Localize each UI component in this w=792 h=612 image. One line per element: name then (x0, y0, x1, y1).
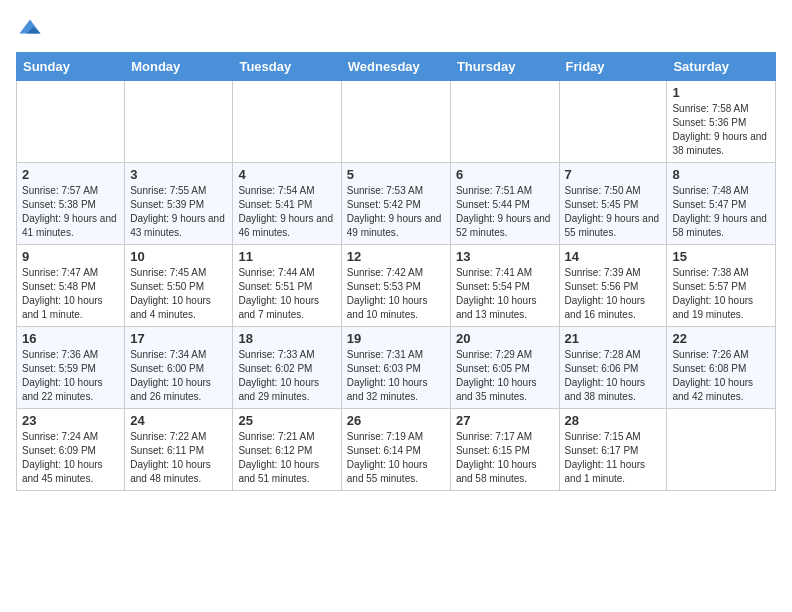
calendar-week-4: 16Sunrise: 7:36 AM Sunset: 5:59 PM Dayli… (17, 327, 776, 409)
day-info: Sunrise: 7:36 AM Sunset: 5:59 PM Dayligh… (22, 348, 119, 404)
day-number: 15 (672, 249, 770, 264)
day-info: Sunrise: 7:51 AM Sunset: 5:44 PM Dayligh… (456, 184, 554, 240)
day-info: Sunrise: 7:17 AM Sunset: 6:15 PM Dayligh… (456, 430, 554, 486)
day-number: 25 (238, 413, 335, 428)
day-number: 20 (456, 331, 554, 346)
calendar-cell: 21Sunrise: 7:28 AM Sunset: 6:06 PM Dayli… (559, 327, 667, 409)
calendar-cell (233, 81, 341, 163)
calendar-cell: 13Sunrise: 7:41 AM Sunset: 5:54 PM Dayli… (450, 245, 559, 327)
day-number: 28 (565, 413, 662, 428)
day-info: Sunrise: 7:24 AM Sunset: 6:09 PM Dayligh… (22, 430, 119, 486)
calendar-cell: 22Sunrise: 7:26 AM Sunset: 6:08 PM Dayli… (667, 327, 776, 409)
calendar-cell: 12Sunrise: 7:42 AM Sunset: 5:53 PM Dayli… (341, 245, 450, 327)
calendar-cell: 16Sunrise: 7:36 AM Sunset: 5:59 PM Dayli… (17, 327, 125, 409)
calendar-header-row: SundayMondayTuesdayWednesdayThursdayFrid… (17, 53, 776, 81)
day-info: Sunrise: 7:47 AM Sunset: 5:48 PM Dayligh… (22, 266, 119, 322)
day-number: 6 (456, 167, 554, 182)
day-info: Sunrise: 7:55 AM Sunset: 5:39 PM Dayligh… (130, 184, 227, 240)
calendar-cell: 5Sunrise: 7:53 AM Sunset: 5:42 PM Daylig… (341, 163, 450, 245)
calendar-cell: 14Sunrise: 7:39 AM Sunset: 5:56 PM Dayli… (559, 245, 667, 327)
calendar-cell: 15Sunrise: 7:38 AM Sunset: 5:57 PM Dayli… (667, 245, 776, 327)
day-info: Sunrise: 7:45 AM Sunset: 5:50 PM Dayligh… (130, 266, 227, 322)
calendar-cell: 17Sunrise: 7:34 AM Sunset: 6:00 PM Dayli… (125, 327, 233, 409)
day-number: 24 (130, 413, 227, 428)
day-info: Sunrise: 7:53 AM Sunset: 5:42 PM Dayligh… (347, 184, 445, 240)
calendar-cell: 8Sunrise: 7:48 AM Sunset: 5:47 PM Daylig… (667, 163, 776, 245)
calendar-cell (450, 81, 559, 163)
day-number: 1 (672, 85, 770, 100)
day-number: 21 (565, 331, 662, 346)
calendar-week-1: 1Sunrise: 7:58 AM Sunset: 5:36 PM Daylig… (17, 81, 776, 163)
day-number: 14 (565, 249, 662, 264)
calendar-cell: 20Sunrise: 7:29 AM Sunset: 6:05 PM Dayli… (450, 327, 559, 409)
calendar-cell: 28Sunrise: 7:15 AM Sunset: 6:17 PM Dayli… (559, 409, 667, 491)
day-number: 12 (347, 249, 445, 264)
calendar-cell: 19Sunrise: 7:31 AM Sunset: 6:03 PM Dayli… (341, 327, 450, 409)
calendar-header-tuesday: Tuesday (233, 53, 341, 81)
day-number: 4 (238, 167, 335, 182)
calendar-header-monday: Monday (125, 53, 233, 81)
calendar-cell: 3Sunrise: 7:55 AM Sunset: 5:39 PM Daylig… (125, 163, 233, 245)
calendar-week-3: 9Sunrise: 7:47 AM Sunset: 5:48 PM Daylig… (17, 245, 776, 327)
calendar-header-wednesday: Wednesday (341, 53, 450, 81)
day-info: Sunrise: 7:39 AM Sunset: 5:56 PM Dayligh… (565, 266, 662, 322)
day-number: 11 (238, 249, 335, 264)
day-number: 10 (130, 249, 227, 264)
day-number: 17 (130, 331, 227, 346)
day-info: Sunrise: 7:57 AM Sunset: 5:38 PM Dayligh… (22, 184, 119, 240)
day-info: Sunrise: 7:26 AM Sunset: 6:08 PM Dayligh… (672, 348, 770, 404)
calendar-cell: 24Sunrise: 7:22 AM Sunset: 6:11 PM Dayli… (125, 409, 233, 491)
day-info: Sunrise: 7:29 AM Sunset: 6:05 PM Dayligh… (456, 348, 554, 404)
calendar-cell: 26Sunrise: 7:19 AM Sunset: 6:14 PM Dayli… (341, 409, 450, 491)
calendar-week-2: 2Sunrise: 7:57 AM Sunset: 5:38 PM Daylig… (17, 163, 776, 245)
calendar-cell (125, 81, 233, 163)
calendar-cell: 2Sunrise: 7:57 AM Sunset: 5:38 PM Daylig… (17, 163, 125, 245)
day-info: Sunrise: 7:48 AM Sunset: 5:47 PM Dayligh… (672, 184, 770, 240)
calendar-cell: 6Sunrise: 7:51 AM Sunset: 5:44 PM Daylig… (450, 163, 559, 245)
day-info: Sunrise: 7:19 AM Sunset: 6:14 PM Dayligh… (347, 430, 445, 486)
day-info: Sunrise: 7:58 AM Sunset: 5:36 PM Dayligh… (672, 102, 770, 158)
day-number: 26 (347, 413, 445, 428)
calendar-cell: 10Sunrise: 7:45 AM Sunset: 5:50 PM Dayli… (125, 245, 233, 327)
day-number: 16 (22, 331, 119, 346)
day-number: 8 (672, 167, 770, 182)
day-info: Sunrise: 7:41 AM Sunset: 5:54 PM Dayligh… (456, 266, 554, 322)
day-info: Sunrise: 7:42 AM Sunset: 5:53 PM Dayligh… (347, 266, 445, 322)
calendar-cell: 25Sunrise: 7:21 AM Sunset: 6:12 PM Dayli… (233, 409, 341, 491)
day-number: 3 (130, 167, 227, 182)
day-info: Sunrise: 7:33 AM Sunset: 6:02 PM Dayligh… (238, 348, 335, 404)
day-number: 5 (347, 167, 445, 182)
calendar-cell (667, 409, 776, 491)
day-info: Sunrise: 7:28 AM Sunset: 6:06 PM Dayligh… (565, 348, 662, 404)
calendar-header-saturday: Saturday (667, 53, 776, 81)
day-info: Sunrise: 7:15 AM Sunset: 6:17 PM Dayligh… (565, 430, 662, 486)
logo-icon (16, 16, 44, 44)
day-info: Sunrise: 7:50 AM Sunset: 5:45 PM Dayligh… (565, 184, 662, 240)
day-number: 19 (347, 331, 445, 346)
day-number: 7 (565, 167, 662, 182)
day-info: Sunrise: 7:22 AM Sunset: 6:11 PM Dayligh… (130, 430, 227, 486)
calendar-week-5: 23Sunrise: 7:24 AM Sunset: 6:09 PM Dayli… (17, 409, 776, 491)
calendar-cell: 18Sunrise: 7:33 AM Sunset: 6:02 PM Dayli… (233, 327, 341, 409)
day-number: 9 (22, 249, 119, 264)
day-info: Sunrise: 7:21 AM Sunset: 6:12 PM Dayligh… (238, 430, 335, 486)
calendar-cell (341, 81, 450, 163)
calendar-cell: 4Sunrise: 7:54 AM Sunset: 5:41 PM Daylig… (233, 163, 341, 245)
calendar-cell: 11Sunrise: 7:44 AM Sunset: 5:51 PM Dayli… (233, 245, 341, 327)
page-header (16, 16, 776, 44)
day-number: 13 (456, 249, 554, 264)
day-number: 22 (672, 331, 770, 346)
day-number: 18 (238, 331, 335, 346)
calendar-cell: 27Sunrise: 7:17 AM Sunset: 6:15 PM Dayli… (450, 409, 559, 491)
calendar-cell: 7Sunrise: 7:50 AM Sunset: 5:45 PM Daylig… (559, 163, 667, 245)
calendar-cell (17, 81, 125, 163)
day-info: Sunrise: 7:38 AM Sunset: 5:57 PM Dayligh… (672, 266, 770, 322)
day-number: 27 (456, 413, 554, 428)
calendar-table: SundayMondayTuesdayWednesdayThursdayFrid… (16, 52, 776, 491)
calendar-cell: 9Sunrise: 7:47 AM Sunset: 5:48 PM Daylig… (17, 245, 125, 327)
day-info: Sunrise: 7:31 AM Sunset: 6:03 PM Dayligh… (347, 348, 445, 404)
logo (16, 16, 48, 44)
day-number: 2 (22, 167, 119, 182)
calendar-cell: 1Sunrise: 7:58 AM Sunset: 5:36 PM Daylig… (667, 81, 776, 163)
day-info: Sunrise: 7:44 AM Sunset: 5:51 PM Dayligh… (238, 266, 335, 322)
